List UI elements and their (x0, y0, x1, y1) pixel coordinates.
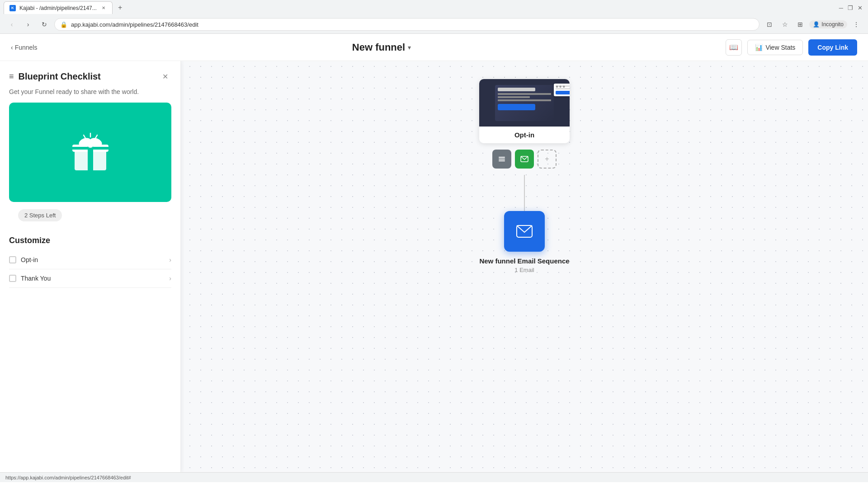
blueprint-sidebar: ≡ Blueprint Checklist ✕ Get your Funnel … (0, 61, 181, 472)
svg-line-8 (84, 135, 85, 138)
address-bar[interactable]: 🔒 app.kajabi.com/admin/pipelines/2147668… (54, 18, 760, 31)
steps-left-badge: 2 Steps Left (18, 209, 62, 221)
connector-line (524, 175, 525, 211)
cast-button[interactable]: ⊡ (763, 18, 776, 31)
minimize-btn[interactable]: ─ (839, 5, 843, 11)
node-list-action-button[interactable] (492, 150, 511, 169)
status-bar: https://app.kajabi.com/admin/pipelines/2… (0, 472, 868, 482)
sidebar-title-area: ≡ Blueprint Checklist (9, 71, 101, 82)
customize-item-opt-in[interactable]: Opt-in › (9, 251, 171, 269)
funnel-canvas: Opt-in ••• (181, 61, 868, 472)
tab-title: Kajabi - /admin/pipelines/2147... (19, 5, 97, 11)
tab-favicon: K (9, 5, 16, 11)
email-sequence-label: New funnel Email Sequence (479, 257, 569, 265)
svg-rect-11 (499, 159, 505, 160)
node-menu-button[interactable]: ••• (556, 83, 566, 91)
list-icon: ≡ (9, 72, 14, 81)
list-action-icon (498, 155, 506, 163)
customize-item-thank-you[interactable]: Thank You › (9, 269, 171, 288)
address-bar-row: ‹ › ↻ 🔒 app.kajabi.com/admin/pipelines/2… (0, 15, 868, 33)
copy-link-button[interactable]: Copy Link (808, 39, 857, 56)
node-email-action-button[interactable] (515, 150, 534, 169)
close-sidebar-button[interactable]: ✕ (159, 70, 171, 83)
steps-left-area: 2 Steps Left (0, 209, 180, 236)
close-btn[interactable]: ✕ (858, 5, 863, 11)
gift-icon (68, 130, 113, 175)
opt-in-node: Opt-in ••• (479, 79, 570, 273)
opt-in-mockup (495, 85, 554, 121)
customize-label: Customize (9, 236, 171, 245)
svg-line-9 (95, 135, 97, 138)
browser-chrome: K Kajabi - /admin/pipelines/2147... ✕ + … (0, 0, 868, 34)
email-sequence-node: New funnel Email Sequence 1 Email (479, 211, 569, 273)
ellipsis-icon: ••• (556, 83, 566, 90)
toolbar-icons: ⊡ ☆ ⊞ 👤 Incognito ⋮ (763, 18, 863, 31)
restore-btn[interactable]: ❐ (848, 5, 853, 11)
view-stats-button[interactable]: 📊 View Stats (747, 40, 803, 55)
email-count-label: 1 Email (514, 267, 534, 273)
back-label: Funnels (15, 44, 38, 51)
opt-in-card[interactable]: Opt-in ••• (479, 79, 570, 143)
email-action-icon (520, 156, 528, 162)
back-chevron-icon: ‹ (11, 44, 13, 51)
active-tab[interactable]: K Kajabi - /admin/pipelines/2147... ✕ (4, 1, 113, 14)
lock-icon: 🔒 (60, 21, 67, 28)
funnel-title-area: New funnel ▾ (352, 42, 411, 53)
nav-actions: 📖 📊 View Stats Copy Link (726, 39, 857, 56)
sidebar-title: Blueprint Checklist (19, 71, 101, 82)
mockup-cta-button (498, 104, 535, 110)
thank-you-label: Thank You (21, 275, 51, 282)
back-button[interactable]: ‹ (5, 18, 18, 31)
forward-button[interactable]: › (22, 18, 34, 31)
email-sequence-icon (516, 225, 533, 238)
svg-point-6 (87, 141, 94, 148)
opt-in-checkbox[interactable] (9, 256, 16, 263)
funnel-title: New funnel (352, 42, 405, 53)
tab-close-button[interactable]: ✕ (100, 5, 107, 11)
node-add-button[interactable]: + (538, 150, 557, 169)
incognito-avatar[interactable]: 👤 Incognito (809, 20, 847, 28)
stats-icon: 📊 (755, 44, 763, 51)
copy-link-label: Copy Link (817, 44, 848, 51)
customize-section: Customize Opt-in › Thank You › (0, 236, 180, 288)
book-icon: 📖 (729, 43, 738, 52)
node-actions: + (492, 150, 557, 169)
tab-bar: K Kajabi - /admin/pipelines/2147... ✕ + … (0, 0, 868, 15)
svg-rect-12 (499, 160, 505, 161)
refresh-button[interactable]: ↻ (38, 18, 51, 31)
top-nav: ‹ Funnels New funnel ▾ 📖 📊 View Stats Co… (0, 34, 868, 61)
view-stats-label: View Stats (765, 44, 795, 51)
app-container: ‹ Funnels New funnel ▾ 📖 📊 View Stats Co… (0, 34, 868, 472)
back-to-funnels-link[interactable]: ‹ Funnels (11, 44, 37, 51)
funnel-title-caret[interactable]: ▾ (408, 44, 411, 51)
opt-in-label: Opt-in (21, 256, 38, 263)
email-node-card[interactable] (504, 211, 545, 252)
plus-icon: + (545, 155, 549, 163)
book-icon-button[interactable]: 📖 (726, 39, 742, 56)
sidebar-header: ≡ Blueprint Checklist ✕ (0, 61, 180, 88)
extensions-button[interactable]: ⊞ (794, 18, 807, 31)
opt-in-label: Opt-in (479, 127, 570, 143)
more-button[interactable]: ⋮ (850, 18, 863, 31)
bookmark-button[interactable]: ☆ (778, 18, 791, 31)
main-content: ≡ Blueprint Checklist ✕ Get your Funnel … (0, 61, 868, 472)
url-text: app.kajabi.com/admin/pipelines/214766846… (71, 21, 198, 28)
svg-rect-10 (499, 157, 505, 158)
new-tab-button[interactable]: + (114, 2, 126, 14)
opt-in-chevron-icon: › (169, 256, 171, 263)
mockup-title (498, 88, 535, 91)
sidebar-image (9, 103, 171, 202)
thank-you-chevron-icon: › (169, 275, 171, 282)
thank-you-checkbox[interactable] (9, 275, 16, 282)
sidebar-subtitle: Get your Funnel ready to share with the … (0, 88, 180, 103)
status-url: https://app.kajabi.com/admin/pipelines/2… (5, 475, 131, 480)
